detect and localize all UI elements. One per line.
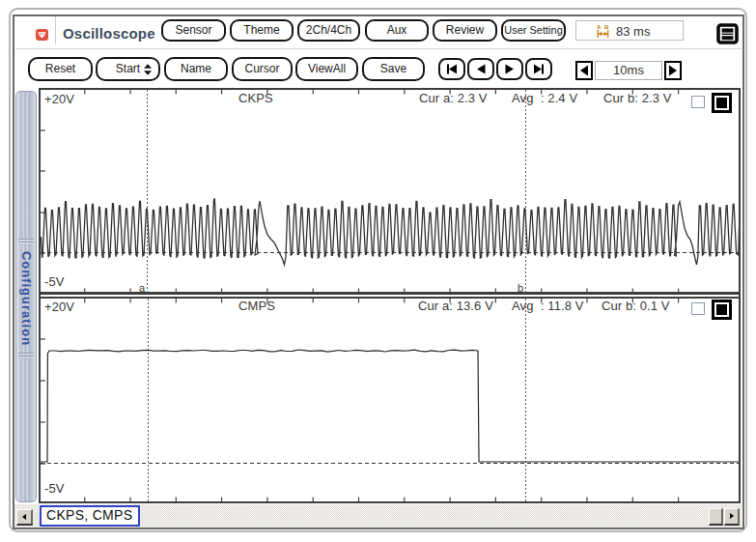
svg-text:B: B xyxy=(604,24,609,30)
svg-text:A: A xyxy=(597,24,602,30)
